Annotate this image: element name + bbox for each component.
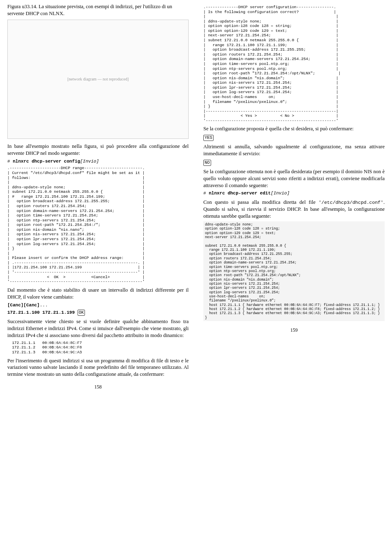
sent-a: Con questo si passa alla modifica dirett… [203, 199, 318, 205]
cmd3-text: nlnxrc dhcp-server edit [209, 191, 271, 196]
dhcp-confirm-dialog: .--------------DHCP server configuration… [203, 5, 385, 123]
dhcp-range-dialog: .----------------------DHCP range-------… [7, 166, 189, 284]
right-column: .--------------DHCP server configuration… [196, 0, 392, 398]
network-diagram: [network diagram — not reproduced] [7, 20, 189, 139]
mac-table: 172.21.1.1 00:0B:6A:64:8C:F7 172.21.1.2 … [7, 341, 189, 355]
figure-caption: Figura u33.14. La situazione prevista, c… [7, 3, 189, 17]
yes-key: YES [203, 135, 214, 141]
left-column: Figura u33.14. La situazione prevista, c… [0, 0, 196, 398]
range-text: 172.21.1.100 172.21.1.199 [7, 310, 75, 315]
no-key: NO [203, 160, 211, 166]
prompt-hash-2: # [203, 191, 209, 196]
command-range: 172.21.1.100 172.21.1.199 OK [7, 310, 189, 316]
diagram-label: [network diagram — not reproduced] [67, 76, 129, 82]
invio-1: [Invio] [80, 159, 99, 164]
para-mac: Successivamente viene chiesto se si vuol… [7, 318, 189, 339]
command-line-1: # nlnxrc dhcp-server config[Invio] [7, 158, 189, 165]
para-change: Dal momento che è stato stabilito di usa… [7, 287, 189, 301]
prompt-hash: # [7, 159, 13, 164]
canc-keys: [Canc][Canc] [7, 303, 40, 308]
para-edit: Se la configurazione ottenuta non è quel… [203, 168, 385, 189]
ellipsis: ... [40, 303, 48, 308]
invio-2: [Invio] [271, 191, 290, 196]
para-confirm: Per l'inserimento di questi indirizzi si… [7, 357, 189, 378]
ok-key: OK [78, 310, 85, 316]
para-no: Altrimenti si annulla, salvando ugualmen… [203, 143, 385, 157]
page-number-right: 159 [203, 327, 385, 333]
page-number-left: 158 [7, 384, 189, 390]
file-path: '/etc/dhcp3/dhcpd.conf' [318, 200, 383, 205]
para-yes: Se la configurazione proposta è quella c… [203, 125, 385, 132]
final-config-listing: ddns-update-style none; option option-12… [203, 221, 385, 321]
para-file: Con questo si passa alla modifica dirett… [203, 199, 385, 220]
cmd1-text: nlnxrc dhcp-server config [13, 159, 80, 164]
para-intro: In base all'esempio mostrato nella figur… [7, 143, 189, 157]
command-canc: [Canc][Canc]... [7, 302, 189, 308]
command-line-edit: # nlnxrc dhcp-server edit[Invio] [203, 190, 385, 196]
